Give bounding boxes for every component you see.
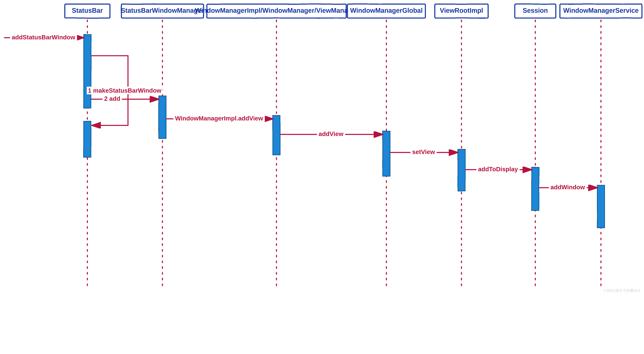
msg-addwindow-label: addWindow [550,184,585,191]
participant-label-p5: Session [523,7,548,14]
participant-label-p1: StatusBarWindowManager [121,7,204,14]
activation-p2 [273,116,280,155]
participant-label-p2: WindowManagerImpl/WindowManager/ViewMana… [195,7,358,14]
activation-p6 [597,185,604,228]
msg-wmimpl-addview-label: WindowManagerImpl.addView [175,115,263,122]
participant-label-p6: WindowManagerService [563,7,638,14]
activation-p0a [84,34,91,108]
activation-p0b [84,121,91,157]
watermark: CSDN 我不干好事014 [604,289,640,293]
msg-addtodisplay-label: addToDisplay [478,166,518,173]
msg-add-label: 2 add [104,95,120,102]
participant-label-p4: ViewRootImpl [440,7,483,14]
activation-p5 [532,167,539,211]
sequence-diagram: StatusBarStatusBarWindowManagerWindowMan… [0,0,644,295]
msg-addStatusBarWindow-label: addStatusBarWindow [12,34,75,41]
msg-makeStatusBarWindow-label: 1 makeStatusBarWindow [88,87,162,94]
participant-label-p3: WindowManagerGlobal [350,7,423,14]
msg-setview-label: setView [412,148,435,155]
activation-p3 [383,131,390,176]
activation-p4 [458,149,465,191]
activation-p1 [159,96,166,138]
participant-label-p0: StatusBar [72,7,103,14]
msg-addview-label: addView [319,130,344,137]
